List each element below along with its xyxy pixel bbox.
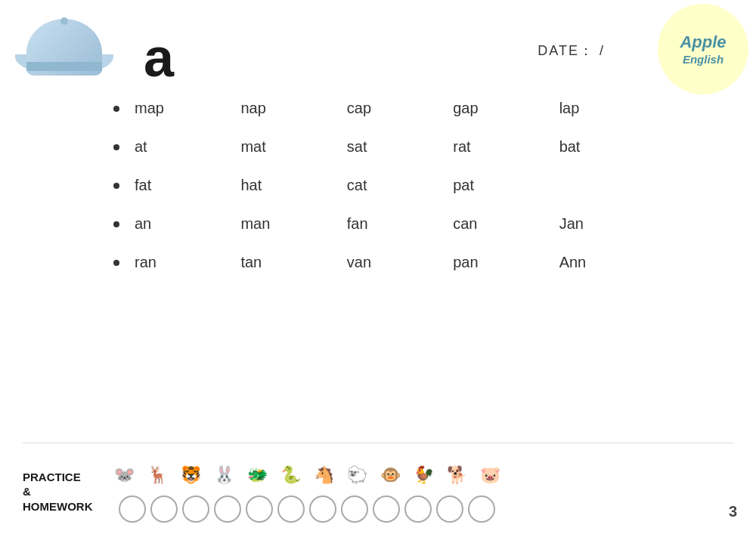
checkbox-7[interactable] bbox=[309, 495, 336, 523]
animal-deer: 🦌 bbox=[143, 461, 172, 489]
practice-line3: HOMEWORK bbox=[23, 500, 93, 513]
checkbox-8[interactable] bbox=[341, 495, 368, 523]
checkbox-12[interactable] bbox=[468, 495, 495, 523]
word-row-3: fat hat cat pat bbox=[113, 177, 665, 194]
word-cap: cap bbox=[347, 100, 453, 117]
word-at: at bbox=[135, 138, 240, 156]
bullet-5 bbox=[113, 260, 119, 266]
word-fat: fat bbox=[135, 177, 240, 194]
word-pan: pan bbox=[453, 254, 559, 271]
checkbox-6[interactable] bbox=[277, 495, 305, 523]
practice-label: PRACTICE & HOMEWORK bbox=[23, 470, 98, 514]
cap-illustration bbox=[23, 15, 106, 83]
word-man: man bbox=[240, 215, 346, 233]
logo-apple-text: Apple bbox=[680, 32, 726, 52]
animal-sheep: 🐑 bbox=[342, 461, 371, 489]
practice-section: PRACTICE & HOMEWORK 🐭 🦌 🐯 🐰 🐲 🐍 🐴 🐑 🐵 🐓 … bbox=[0, 461, 756, 523]
word-rat: rat bbox=[453, 138, 559, 156]
checkbox-1[interactable] bbox=[119, 495, 146, 523]
animal-rabbit: 🐰 bbox=[209, 461, 238, 489]
word-gap: gap bbox=[453, 100, 559, 117]
checkbox-4[interactable] bbox=[214, 495, 241, 523]
logo-container: Apple English bbox=[658, 4, 748, 94]
animals-rows: 🐭 🦌 🐯 🐰 🐲 🐍 🐴 🐑 🐵 🐓 🐕 🐷 bbox=[110, 461, 504, 523]
word-lap: lap bbox=[559, 100, 665, 117]
animal-horse: 🐴 bbox=[309, 461, 338, 489]
date-section: DATE： / bbox=[538, 42, 605, 60]
word-row-1: map nap cap gap lap bbox=[113, 100, 665, 117]
bullet-3 bbox=[113, 183, 119, 189]
checkbox-9[interactable] bbox=[373, 495, 400, 523]
word-row-2: at mat sat rat bat bbox=[113, 138, 665, 156]
word-jan: Jan bbox=[559, 215, 665, 233]
date-separator: / bbox=[600, 43, 605, 58]
animal-dragon: 🐲 bbox=[243, 461, 271, 489]
divider-line bbox=[23, 443, 733, 443]
word-row-5: ran tan van pan Ann bbox=[113, 254, 665, 271]
emoji-row: 🐭 🦌 🐯 🐰 🐲 🐍 🐴 🐑 🐵 🐓 🐕 🐷 bbox=[110, 461, 504, 489]
logo-english-text: English bbox=[680, 53, 726, 66]
letter-display: a bbox=[144, 30, 174, 85]
checkbox-3[interactable] bbox=[182, 495, 209, 523]
animal-tiger: 🐯 bbox=[176, 461, 205, 489]
date-label: DATE： bbox=[538, 43, 594, 58]
bullet-2 bbox=[113, 144, 119, 150]
word-map: map bbox=[135, 100, 240, 117]
word-tan: tan bbox=[240, 254, 346, 271]
circles-row bbox=[119, 495, 495, 523]
word-hat: hat bbox=[240, 177, 346, 194]
word-row-4: an man fan can Jan bbox=[113, 215, 665, 233]
word-fan: fan bbox=[347, 215, 453, 233]
word-van: van bbox=[347, 254, 453, 271]
word-bat: bat bbox=[559, 138, 665, 156]
bullet-1 bbox=[113, 106, 119, 112]
animal-pig: 🐷 bbox=[476, 461, 504, 489]
practice-line1: PRACTICE bbox=[23, 471, 81, 483]
animal-monkey: 🐵 bbox=[376, 461, 404, 489]
animal-rooster: 🐓 bbox=[409, 461, 438, 489]
word-list-container: map nap cap gap lap at mat sat rat bat f… bbox=[0, 92, 756, 300]
logo-circle: Apple English bbox=[658, 4, 748, 94]
bullet-4 bbox=[113, 221, 119, 227]
word-can: can bbox=[453, 215, 559, 233]
word-ann: Ann bbox=[559, 254, 665, 271]
animal-mouse: 🐭 bbox=[110, 461, 138, 489]
animal-snake: 🐍 bbox=[276, 461, 305, 489]
checkbox-5[interactable] bbox=[246, 495, 273, 523]
word-nap: nap bbox=[240, 100, 346, 117]
word-cat: cat bbox=[347, 177, 453, 194]
checkbox-11[interactable] bbox=[436, 495, 463, 523]
word-mat: mat bbox=[240, 138, 346, 156]
word-sat: sat bbox=[347, 138, 453, 156]
word-pat: pat bbox=[453, 177, 559, 194]
word-ran: ran bbox=[135, 254, 240, 271]
checkbox-2[interactable] bbox=[150, 495, 178, 523]
animal-dog: 🐕 bbox=[442, 461, 471, 489]
practice-line2: & bbox=[23, 485, 31, 498]
header: a DATE： / Apple English bbox=[0, 0, 756, 92]
word-an: an bbox=[135, 215, 240, 233]
checkbox-10[interactable] bbox=[404, 495, 432, 523]
page-number: 3 bbox=[729, 503, 737, 520]
